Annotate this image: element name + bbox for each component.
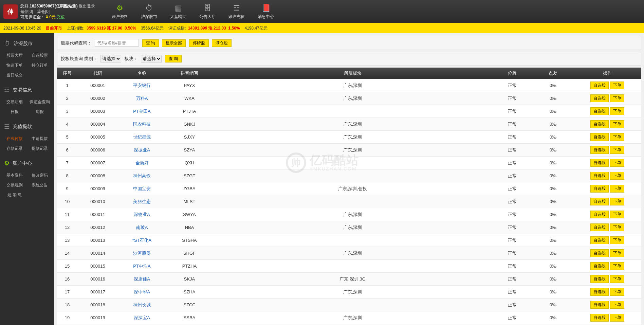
fav-button[interactable]: 自选股	[590, 314, 609, 322]
stock-name-link[interactable]: 世纪星源	[133, 134, 151, 140]
sidebar-link[interactable]: 存款记录	[2, 144, 27, 154]
sidebar-link[interactable]: 保证金查询	[27, 97, 52, 107]
order-button[interactable]: 下单	[610, 159, 624, 167]
order-button[interactable]: 下单	[610, 275, 624, 283]
category-select[interactable]: 请选择	[100, 55, 121, 62]
stock-name-link[interactable]: *ST石化A	[132, 238, 151, 243]
order-button[interactable]: 下单	[610, 198, 624, 205]
stock-name-link[interactable]: 万科A	[136, 96, 148, 101]
topnav-item-1[interactable]: ⏱沪深股市	[134, 4, 164, 20]
stock-name-link[interactable]: 深康佳A	[134, 276, 150, 282]
fav-button[interactable]: 自选股	[590, 159, 609, 167]
sidebar-link[interactable]: 自选股票	[27, 51, 52, 60]
stock-name-link[interactable]: 全新好	[135, 160, 149, 165]
stock-name-link[interactable]: 神州长城	[133, 302, 151, 307]
show-all-button[interactable]: 显示全部	[162, 39, 186, 47]
stock-name-link[interactable]: PT金田A	[133, 109, 150, 114]
sidebar-link[interactable]: 申请提款	[27, 134, 52, 144]
query-button[interactable]: 查 询	[142, 39, 159, 47]
sidebar-link[interactable]: 周报	[27, 107, 52, 117]
fav-button[interactable]: 自选股	[590, 288, 609, 296]
order-button[interactable]: 下单	[610, 120, 624, 128]
topnav-item-0[interactable]: ⚙账户资料	[105, 4, 134, 20]
sidebar-link[interactable]: 当日成交	[2, 70, 27, 80]
order-button[interactable]: 下单	[610, 211, 624, 218]
fav-button[interactable]: 自选股	[590, 146, 609, 154]
cell-py: SZHA	[166, 286, 213, 299]
fav-button[interactable]: 自选股	[590, 275, 609, 283]
fav-button[interactable]: 自选股	[590, 172, 609, 180]
topnav-item-5[interactable]: 📕消息中心	[251, 4, 280, 20]
fav-button[interactable]: 自选股	[590, 120, 609, 128]
sidebar-link[interactable]: 短 消 息	[2, 190, 27, 200]
cell-code: 000012	[77, 221, 118, 234]
sidebar-link[interactable]: 交易明细	[2, 97, 27, 107]
topnav-item-3[interactable]: 🗄公告大厅	[193, 4, 222, 20]
sidebar-link[interactable]: 系统公告	[27, 180, 52, 190]
order-button[interactable]: 下单	[610, 288, 624, 296]
order-button[interactable]: 下单	[610, 314, 624, 322]
cell-sector	[213, 299, 492, 311]
sector-select[interactable]: 请选择	[141, 55, 162, 62]
stock-name-link[interactable]: 南玻A	[136, 225, 148, 230]
fav-button[interactable]: 自选股	[590, 185, 609, 193]
order-button[interactable]: 下单	[610, 94, 624, 102]
stock-name-link[interactable]: 深物业A	[134, 212, 150, 217]
cell-name: 神州长城	[118, 299, 166, 311]
order-button[interactable]: 下单	[610, 301, 624, 309]
sidebar-link[interactable]: 股票大厅	[2, 51, 27, 60]
fav-button[interactable]: 自选股	[590, 94, 609, 102]
stock-name-link[interactable]: 国农科技	[133, 122, 151, 127]
fav-button[interactable]: 自选股	[590, 82, 609, 89]
order-button[interactable]: 下单	[610, 82, 624, 89]
fav-button[interactable]: 自选股	[590, 198, 609, 205]
fav-button[interactable]: 自选股	[590, 262, 609, 270]
order-button[interactable]: 下单	[610, 223, 624, 231]
fav-button[interactable]: 自选股	[590, 133, 609, 141]
recharge-link[interactable]: 充值	[57, 15, 65, 19]
fav-button[interactable]: 自选股	[590, 211, 609, 218]
full-position-button[interactable]: 满仓股	[212, 39, 232, 47]
order-button[interactable]: 下单	[610, 172, 624, 180]
fav-button[interactable]: 自选股	[590, 301, 609, 309]
cell-code: 000002	[77, 92, 118, 105]
sidebar-link[interactable]: 在线付款	[2, 134, 27, 144]
order-button[interactable]: 下单	[610, 249, 624, 257]
sidebar-link[interactable]: 交易规则	[2, 180, 27, 190]
fav-button[interactable]: 自选股	[590, 236, 609, 244]
fav-button[interactable]: 自选股	[590, 107, 609, 115]
stock-name-link[interactable]: 中国宝安	[133, 186, 151, 191]
order-button[interactable]: 下单	[610, 262, 624, 270]
logout-link[interactable]: 退出登录	[79, 4, 95, 8]
sms-link[interactable]: 短信[0]	[20, 9, 33, 14]
stock-name-link[interactable]: 深振业A	[134, 147, 150, 152]
stock-search-input[interactable]	[95, 39, 139, 47]
stock-name-link[interactable]: 沙河股份	[133, 251, 151, 256]
stock-name-link[interactable]: 平安银行	[133, 83, 151, 88]
topnav-item-4[interactable]: ☲账户充值	[222, 4, 251, 20]
order-button[interactable]: 下单	[610, 107, 624, 115]
sidebar-link[interactable]: 持仓订单	[27, 60, 52, 70]
order-button[interactable]: 下单	[610, 236, 624, 244]
sidebar-link[interactable]: 修改密码	[27, 170, 52, 180]
stock-name-link[interactable]: 深深宝A	[134, 315, 150, 320]
order-button[interactable]: 下单	[610, 133, 624, 141]
stock-name-link[interactable]: 美丽生态	[133, 199, 151, 204]
table-row: 18000018神州长城SZCC正常0‰自选股下单	[57, 299, 641, 311]
sidebar-link[interactable]: 日报	[2, 107, 27, 117]
fav-button[interactable]: 自选股	[590, 223, 609, 231]
sidebar-link[interactable]: 快速下单	[2, 60, 27, 70]
suspended-button[interactable]: 停牌股	[189, 39, 209, 47]
topnav-item-2[interactable]: ▦大盘辅助	[164, 4, 193, 20]
order-button[interactable]: 下单	[610, 146, 624, 154]
sidebar-link[interactable]: 基本资料	[2, 170, 27, 180]
fav-button[interactable]: 自选股	[590, 249, 609, 257]
sector-query-button[interactable]: 查 询	[165, 55, 182, 62]
stock-name-link[interactable]: 深中华A	[134, 289, 150, 294]
stock-name-link[interactable]: 神州高铁	[133, 173, 151, 178]
stock-name-link[interactable]: PT中浩A	[133, 264, 150, 269]
sidebar-link[interactable]: 提款记录	[27, 144, 52, 154]
hold-link[interactable]: 爆仓[0]	[37, 9, 50, 14]
stock-table: 序号代码名称拼音缩写所属板块停牌点差操作 1000001平安银行PAYX广东,深…	[57, 68, 641, 325]
order-button[interactable]: 下单	[610, 185, 624, 193]
